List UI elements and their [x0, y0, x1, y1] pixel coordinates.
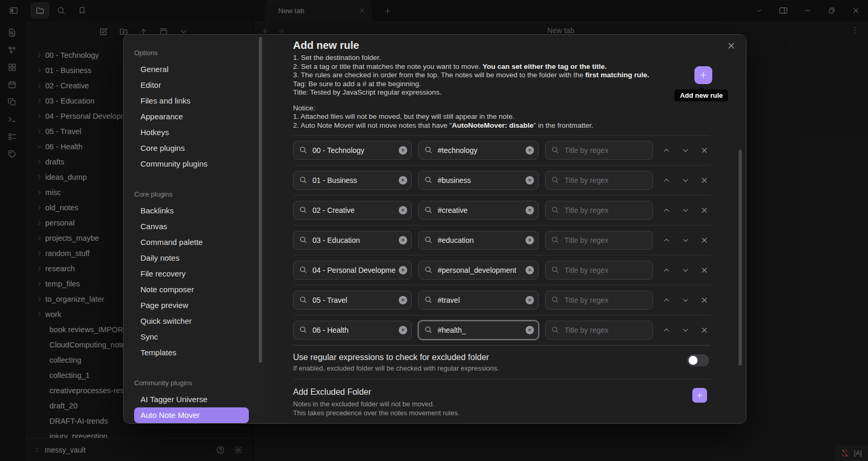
move-rule-up-icon[interactable] — [661, 175, 672, 186]
settings-nav-item-files-and-links[interactable]: Files and links — [134, 93, 249, 109]
search-icon — [551, 265, 559, 274]
settings-nav-item-note-composer[interactable]: Note composer — [134, 282, 249, 298]
rule-tag-input[interactable] — [418, 291, 539, 310]
rule-tag-input[interactable] — [418, 201, 539, 220]
rule-regex-input[interactable] — [545, 321, 653, 340]
settings-nav-item-file-recovery[interactable]: File recovery — [134, 266, 249, 282]
rule-folder-input[interactable] — [293, 291, 412, 310]
move-rule-down-icon[interactable] — [680, 234, 691, 246]
instruction-line: 1. Attached files will not be moved, but… — [293, 112, 710, 121]
move-rule-down-icon[interactable] — [680, 175, 691, 186]
instruction-line: Title: Tested by JavaScript regular expr… — [293, 88, 710, 97]
rule-regex-field — [545, 171, 653, 190]
move-rule-up-icon[interactable] — [661, 145, 672, 156]
rule-folder-input[interactable] — [293, 321, 412, 340]
rule-regex-input[interactable] — [545, 261, 653, 280]
rule-regex-field — [545, 141, 653, 160]
move-rule-up-icon[interactable] — [661, 294, 672, 306]
rule-folder-input[interactable] — [293, 141, 412, 160]
settings-nav-item-editor[interactable]: Editor — [134, 77, 249, 93]
rule-tag-field: ✕ — [418, 321, 539, 340]
move-rule-down-icon[interactable] — [680, 294, 691, 306]
search-icon — [424, 206, 432, 214]
setting-desc: This takes precedence over the notes mov… — [293, 409, 710, 417]
search-icon — [551, 206, 559, 214]
regex-toggle-setting: Use regular expressions to check for exc… — [293, 345, 710, 379]
content-scrollbar[interactable] — [739, 150, 742, 366]
rule-folder-input[interactable] — [293, 231, 412, 250]
section-heading: Add new rule — [293, 39, 710, 52]
rule-tag-input[interactable] — [418, 261, 539, 280]
settings-nav-item-core-plugins[interactable]: Core plugins — [134, 140, 249, 156]
instruction-line: 3. The rules are checked in order from t… — [293, 71, 710, 80]
move-rule-down-icon[interactable] — [680, 324, 691, 336]
delete-rule-icon[interactable] — [699, 234, 710, 246]
delete-rule-icon[interactable] — [699, 324, 710, 336]
delete-rule-icon[interactable] — [699, 294, 710, 306]
rule-folder-field: ✕ — [293, 171, 412, 190]
delete-rule-icon[interactable] — [699, 204, 710, 216]
settings-nav-item-command-palette[interactable]: Command palette — [134, 234, 249, 250]
rule-folder-field: ✕ — [293, 321, 412, 340]
modal-close-icon[interactable] — [726, 40, 736, 51]
settings-nav-item-page-preview[interactable]: Page preview — [134, 298, 249, 313]
settings-nav-item-general[interactable]: General — [134, 62, 249, 77]
settings-nav-section-header: Community plugins — [134, 378, 265, 388]
search-icon — [424, 176, 432, 184]
settings-nav-item-community-plugins[interactable]: Community plugins — [134, 156, 249, 172]
rule-tag-input[interactable] — [418, 141, 539, 160]
move-rule-down-icon[interactable] — [680, 204, 691, 216]
rule-row: ✕ ✕ — [293, 315, 710, 345]
settings-nav-item-backlinks[interactable]: Backlinks — [134, 203, 249, 219]
settings-nav-item-hotkeys[interactable]: Hotkeys — [134, 125, 249, 140]
rule-regex-input[interactable] — [545, 171, 653, 190]
rule-tag-input[interactable] — [418, 171, 539, 190]
regex-toggle[interactable] — [687, 354, 709, 366]
rule-regex-field — [545, 261, 653, 280]
delete-rule-icon[interactable] — [699, 175, 710, 186]
notice-label: Notice: — [293, 104, 710, 112]
search-icon — [551, 235, 559, 244]
nav-scrollbar[interactable] — [259, 37, 262, 363]
rule-tag-field: ✕ — [418, 171, 539, 190]
rule-regex-input[interactable] — [545, 201, 653, 220]
settings-nav-item-quick-switcher[interactable]: Quick switcher — [134, 313, 249, 329]
settings-nav-item-sync[interactable]: Sync — [134, 329, 249, 345]
settings-nav-item-daily-notes[interactable]: Daily notes — [134, 250, 249, 266]
rule-tag-input[interactable] — [418, 321, 539, 340]
settings-nav-item-appearance[interactable]: Appearance — [134, 109, 249, 125]
settings-nav-section-header: Core plugins — [134, 190, 265, 199]
move-rule-up-icon[interactable] — [661, 204, 672, 216]
add-excluded-folder-button[interactable] — [692, 388, 707, 403]
setting-name: Use regular expressions to check for exc… — [293, 352, 710, 363]
rule-folder-input[interactable] — [293, 201, 412, 220]
rule-folder-input[interactable] — [293, 261, 412, 280]
move-rule-up-icon[interactable] — [661, 324, 672, 336]
rule-row: ✕ ✕ — [293, 135, 710, 165]
rule-tag-field: ✕ — [418, 291, 539, 310]
settings-nav-item-ai-tagger-universe[interactable]: AI Tagger Universe — [134, 392, 249, 407]
rule-regex-field — [545, 201, 653, 220]
rule-folder-input[interactable] — [293, 171, 412, 190]
rule-tag-field: ✕ — [418, 261, 539, 280]
search-icon — [424, 295, 432, 304]
settings-nav-item-canvas[interactable]: Canvas — [134, 219, 249, 234]
rule-row: ✕ ✕ — [293, 225, 710, 255]
add-new-rule-button[interactable] — [694, 66, 712, 84]
move-rule-down-icon[interactable] — [680, 145, 691, 156]
move-rule-up-icon[interactable] — [661, 264, 672, 276]
search-icon — [299, 235, 307, 244]
move-rule-up-icon[interactable] — [661, 234, 672, 246]
settings-nav: OptionsGeneralEditorFiles and linksAppea… — [124, 35, 265, 423]
rule-regex-input[interactable] — [545, 291, 653, 310]
rule-tag-input[interactable] — [418, 231, 539, 250]
settings-nav-item-auto-note-mover[interactable]: Auto Note Mover — [134, 407, 249, 423]
delete-rule-icon[interactable] — [699, 264, 710, 276]
delete-rule-icon[interactable] — [699, 145, 710, 156]
rule-folder-field: ✕ — [293, 231, 412, 250]
settings-nav-item-templates[interactable]: Templates — [134, 345, 249, 361]
rule-regex-input[interactable] — [545, 231, 653, 250]
obsidian-window: New tab 00 - Technology 01 - Business 02… — [0, 0, 868, 461]
move-rule-down-icon[interactable] — [680, 264, 691, 276]
rule-regex-input[interactable] — [545, 141, 653, 160]
